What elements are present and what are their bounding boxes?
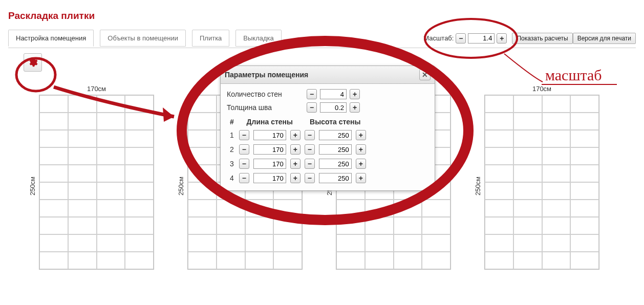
wall-4-grid[interactable] xyxy=(484,95,599,270)
print-version-button[interactable]: Версия для печати xyxy=(573,33,636,44)
page-title: Раскладка плитки xyxy=(8,10,636,21)
scale-plus-button[interactable]: + xyxy=(497,33,507,43)
scale-input[interactable] xyxy=(468,33,495,43)
row-num: 1 xyxy=(227,128,237,142)
scale-minus-button[interactable]: − xyxy=(456,33,466,43)
hgt-minus[interactable]: − xyxy=(305,130,315,140)
row-num: 3 xyxy=(227,157,237,171)
walls-count-minus[interactable]: − xyxy=(307,89,317,99)
tab-room-setup[interactable]: Настройка помещения xyxy=(8,30,94,47)
scale-label: Масштаб: xyxy=(423,34,454,42)
close-icon: ✕ xyxy=(422,71,428,79)
show-calculations-button[interactable]: Показать расчеты xyxy=(512,33,572,44)
walls-count-plus[interactable]: + xyxy=(350,89,360,99)
popup-close-button[interactable]: ✕ xyxy=(419,69,431,80)
hgt-minus[interactable]: − xyxy=(305,144,315,155)
len-minus[interactable]: − xyxy=(239,130,249,140)
tab-bar: Настройка помещения Объекты в помещении … xyxy=(8,30,636,48)
wall-4-width-label: 170см xyxy=(484,85,599,93)
col-height: Высота стены xyxy=(303,116,368,128)
table-row: 1 − + − + xyxy=(227,128,368,142)
col-num: # xyxy=(227,116,237,128)
seam-thickness-label: Толщина шва xyxy=(227,103,304,112)
len-input[interactable] xyxy=(253,144,286,155)
row-num: 2 xyxy=(227,142,237,157)
len-plus[interactable]: + xyxy=(290,130,300,140)
hgt-plus[interactable]: + xyxy=(356,144,366,155)
seam-input[interactable] xyxy=(320,102,347,113)
len-plus[interactable]: + xyxy=(290,159,300,169)
hgt-minus[interactable]: − xyxy=(305,159,315,169)
len-input[interactable] xyxy=(253,130,286,140)
len-plus[interactable]: + xyxy=(290,173,300,183)
col-length: Длина стены xyxy=(237,116,303,128)
hgt-input[interactable] xyxy=(319,173,352,183)
room-parameters-popup: Параметры помещения ✕ Количество стен − … xyxy=(220,66,435,191)
tab-layout[interactable]: Выкладка xyxy=(235,30,281,47)
len-minus[interactable]: − xyxy=(239,159,249,169)
tab-tile[interactable]: Плитка xyxy=(192,30,229,47)
hgt-plus[interactable]: + xyxy=(356,130,366,140)
row-num: 4 xyxy=(227,171,237,185)
wall-1-grid[interactable] xyxy=(39,95,154,270)
table-row: 4 − + − + xyxy=(227,171,368,185)
scale-control: Масштаб: − + xyxy=(423,33,507,43)
hgt-plus[interactable]: + xyxy=(356,159,366,169)
wall-2-height-label: 250см xyxy=(177,177,185,195)
len-plus[interactable]: + xyxy=(290,144,300,155)
annotation-scale-label: масштаб xyxy=(545,67,602,84)
tab-room-objects[interactable]: Объекты в помещении xyxy=(100,30,186,47)
wall-1-width-label: 170см xyxy=(39,85,154,93)
seam-plus[interactable]: + xyxy=(350,102,360,113)
seam-minus[interactable]: − xyxy=(307,102,317,113)
len-input[interactable] xyxy=(253,173,286,183)
len-minus[interactable]: − xyxy=(239,173,249,183)
hgt-input[interactable] xyxy=(319,159,352,169)
room-settings-button[interactable] xyxy=(24,53,42,72)
len-input[interactable] xyxy=(253,159,286,169)
walls-count-input[interactable] xyxy=(320,89,347,99)
wall-1-height-label: 250см xyxy=(29,177,36,195)
popup-title: Параметры помещения xyxy=(225,71,308,79)
len-minus[interactable]: − xyxy=(239,144,249,155)
table-row: 3 − + − + xyxy=(227,157,368,171)
table-row: 2 − + − + xyxy=(227,142,368,157)
walls-table: # Длина стены Высота стены 1 − + − + 2 − xyxy=(227,116,368,185)
hgt-plus[interactable]: + xyxy=(356,173,366,183)
hgt-minus[interactable]: − xyxy=(305,173,315,183)
hgt-input[interactable] xyxy=(319,130,352,140)
hgt-input[interactable] xyxy=(319,144,352,155)
wall-4-height-label: 250см xyxy=(474,177,482,195)
gear-icon xyxy=(28,57,38,68)
walls-count-label: Количество стен xyxy=(227,90,304,98)
